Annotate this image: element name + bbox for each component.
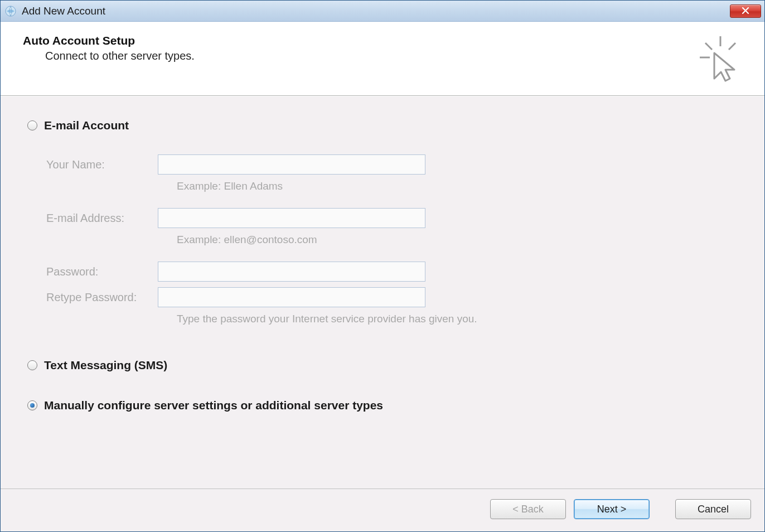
- cursor-click-icon: [695, 34, 745, 84]
- next-button[interactable]: Next >: [574, 499, 650, 519]
- wizard-subtitle: Connect to other server types.: [45, 50, 695, 62]
- your-name-label: Your Name:: [46, 158, 158, 171]
- back-button: < Back: [490, 499, 566, 519]
- svg-line-3: [729, 43, 735, 50]
- option-manual-label: Manually configure server settings or ad…: [44, 399, 383, 412]
- email-address-input: [158, 208, 425, 228]
- retype-password-input: [158, 287, 425, 307]
- wizard-title: Auto Account Setup: [23, 34, 695, 47]
- close-button[interactable]: [730, 4, 761, 18]
- cancel-button[interactable]: Cancel: [675, 499, 751, 519]
- option-sms-label: Text Messaging (SMS): [44, 359, 167, 372]
- option-email-account[interactable]: E-mail Account: [27, 119, 743, 132]
- password-label: Password:: [46, 265, 158, 278]
- your-name-input: [158, 154, 425, 175]
- radio-icon: [27, 360, 37, 370]
- radio-icon: [27, 120, 37, 130]
- email-address-label: E-mail Address:: [46, 212, 158, 225]
- wizard-footer: < Back Next > Cancel: [1, 489, 764, 531]
- close-icon: [742, 7, 749, 16]
- svg-line-2: [705, 43, 712, 50]
- option-sms[interactable]: Text Messaging (SMS): [27, 359, 743, 372]
- email-address-hint: Example: ellen@contoso.com: [177, 234, 317, 246]
- titlebar: Add New Account: [1, 1, 764, 22]
- password-hint: Type the password your Internet service …: [177, 313, 477, 325]
- wizard-header: Auto Account Setup Connect to other serv…: [1, 22, 764, 96]
- retype-password-label: Retype Password:: [46, 291, 158, 304]
- window-title: Add New Account: [22, 5, 105, 17]
- option-manual-config[interactable]: Manually configure server settings or ad…: [27, 399, 743, 412]
- option-email-label: E-mail Account: [44, 119, 129, 132]
- app-icon: [5, 6, 16, 17]
- wizard-body: E-mail Account Your Name: Example: Ellen…: [1, 96, 764, 489]
- add-account-window: Add New Account Auto Account Setup Conne…: [0, 0, 765, 532]
- password-input: [158, 262, 425, 282]
- email-form: Your Name: Example: Ellen Adams E-mail A…: [46, 154, 743, 325]
- your-name-hint: Example: Ellen Adams: [177, 180, 283, 192]
- radio-icon: [27, 400, 37, 410]
